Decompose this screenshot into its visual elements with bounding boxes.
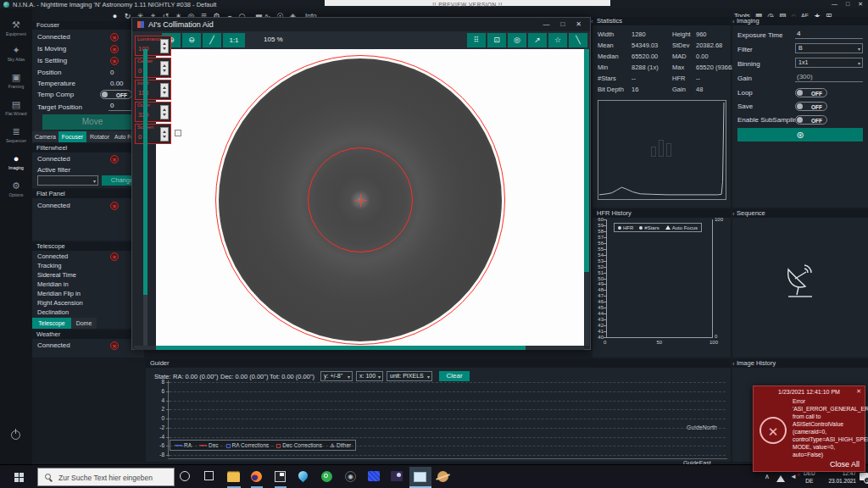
tab-focuser[interactable]: Focuser xyxy=(58,131,86,142)
capture-app-icon[interactable] xyxy=(275,471,286,482)
vertical-scrollbar[interactable] xyxy=(584,49,589,346)
tempcomp-toggle[interactable]: OFF xyxy=(100,90,132,99)
start-button[interactable] xyxy=(0,465,37,488)
left-scrollbar-thumb[interactable] xyxy=(143,49,147,295)
hfr-x-axis xyxy=(606,337,713,338)
luminance-stepper[interactable] xyxy=(160,39,169,53)
collapse-chevron-icon[interactable] xyxy=(732,360,735,368)
focuser-temperature-value: 0.00 xyxy=(110,80,124,87)
file-explorer-icon[interactable] xyxy=(227,473,240,482)
slash-icon[interactable]: ╲ xyxy=(569,33,587,47)
tab-camera[interactable]: Camera xyxy=(32,131,58,142)
filter-select[interactable] xyxy=(37,175,98,186)
windows-logo-icon xyxy=(14,473,24,482)
minimize-icon[interactable]: — xyxy=(832,1,837,8)
guider-gridline xyxy=(170,401,726,402)
camera-icon[interactable]: ● xyxy=(110,12,120,20)
focuser-position-label: Position xyxy=(37,69,61,76)
move-button[interactable]: Move xyxy=(42,114,142,130)
grid-icon[interactable]: ⠿ xyxy=(467,33,486,47)
inner-stepper[interactable] xyxy=(160,83,169,97)
screen-value[interactable]: 0 xyxy=(138,133,142,141)
vertical-scrollbar-thumb[interactable] xyxy=(584,49,589,272)
water-drop-icon[interactable] xyxy=(297,469,310,483)
center-stepper[interactable] xyxy=(160,61,169,75)
equipment-icon: ⚒ xyxy=(0,19,32,31)
taskbar-search[interactable]: Zur Suche Text hier eingeben xyxy=(37,468,175,486)
disconnected-icon xyxy=(110,33,119,42)
collimation-titlebar[interactable]: AI's Collimation Aid — □ ✕ xyxy=(132,18,590,31)
nav-item-imaging[interactable]: ●Imaging xyxy=(0,152,32,176)
active-app-highlight[interactable] xyxy=(409,467,431,487)
search-placeholder: Zur Suche Text hier eingeben xyxy=(58,474,153,482)
hfr-y-tick: 60 xyxy=(593,217,604,222)
dice-icon[interactable]: ⊡ xyxy=(487,33,506,47)
binning-select[interactable]: 1x1 xyxy=(795,58,863,68)
guider-gridline xyxy=(170,419,726,419)
screen-stepper[interactable] xyxy=(160,127,169,141)
collapse-chevron-icon[interactable] xyxy=(732,210,735,218)
histogram-watermark-icon xyxy=(659,140,664,157)
center-value[interactable]: 0 xyxy=(138,67,142,75)
nav-item-framing[interactable]: ▣Framing xyxy=(0,71,32,95)
outer-stepper[interactable] xyxy=(160,105,169,119)
center-crosshair xyxy=(354,194,367,207)
collimation-image-view[interactable] xyxy=(156,49,584,346)
guider-y-tick: -2 xyxy=(146,424,164,430)
horizontal-scrollbar-thumb[interactable] xyxy=(156,346,526,350)
hfr-right-tick: 0 xyxy=(715,334,717,339)
loop-toggle[interactable]: OFF xyxy=(795,88,827,97)
nav-item-sky-atlas[interactable]: ✦Sky Atlas xyxy=(0,44,32,68)
purple-app-icon[interactable] xyxy=(391,471,403,481)
star-icon[interactable]: ☆ xyxy=(548,33,567,47)
cortana-icon[interactable] xyxy=(180,471,190,481)
tray-chevron-icon[interactable]: ∧ xyxy=(765,473,770,480)
nav-item-options[interactable]: ⚙Options xyxy=(0,180,32,203)
measure-line-button[interactable]: ╱ xyxy=(203,33,221,47)
maximize-icon[interactable]: □ xyxy=(846,1,849,8)
framing-icon: ▣ xyxy=(0,71,32,84)
blue-app-icon[interactable] xyxy=(368,471,380,481)
tab-dome[interactable]: Dome xyxy=(71,318,97,329)
one-to-one-button[interactable]: 1:1 xyxy=(223,33,245,47)
hfr-y-tick: 48 xyxy=(593,287,604,292)
network-icon[interactable] xyxy=(776,475,785,482)
collapse-chevron-icon[interactable] xyxy=(732,18,735,25)
start-exposure-button[interactable]: ⊛ xyxy=(737,128,863,141)
screen-checkbox[interactable] xyxy=(175,130,181,136)
phd2-icon[interactable]: ◉ xyxy=(345,471,356,482)
collapse-chevron-icon[interactable] xyxy=(591,18,593,25)
guider-y-tick: -4 xyxy=(146,434,164,440)
crosshair-icon[interactable]: ◎ xyxy=(508,33,526,47)
minimize-icon[interactable]: — xyxy=(542,18,549,31)
horizontal-scrollbar[interactable] xyxy=(134,346,584,350)
tab-rotator[interactable]: Rotator xyxy=(86,131,113,142)
gain-input[interactable]: (300) xyxy=(795,73,863,82)
firefox-icon[interactable] xyxy=(251,471,262,482)
nav-item-flat-wizard[interactable]: ▤Flat Wizard xyxy=(0,98,32,122)
task-view-icon[interactable] xyxy=(204,471,214,480)
outer-group: Outer 320 xyxy=(135,102,171,122)
close-all-button[interactable]: Close All xyxy=(830,460,860,469)
close-icon[interactable]: ✕ xyxy=(576,18,581,31)
volume-icon[interactable]: ◄✕ xyxy=(790,473,800,480)
maximize-icon[interactable]: □ xyxy=(560,18,565,31)
green-app-icon[interactable] xyxy=(321,471,332,482)
exposure-time-input[interactable]: 4 xyxy=(795,30,863,39)
tab-telescope[interactable]: Telescope xyxy=(32,318,71,329)
disconnected-icon xyxy=(110,202,119,210)
planetarium-icon[interactable] xyxy=(437,471,448,482)
power-icon[interactable] xyxy=(11,430,20,440)
left-scrollbar-track[interactable] xyxy=(143,295,147,346)
guider-y-tick: -6 xyxy=(146,442,164,448)
nav-item-sequencer[interactable]: ≣Sequencer xyxy=(0,125,32,149)
stat-label: Bit Depth xyxy=(598,84,632,95)
close-icon[interactable]: ✕ xyxy=(858,1,863,8)
toast-close-icon[interactable]: ✕ xyxy=(856,388,861,395)
save-toggle[interactable]: OFF xyxy=(795,102,827,111)
filter-select[interactable]: B xyxy=(795,43,863,53)
zoom-out-button[interactable]: ⊖ xyxy=(182,33,201,47)
nav-item-equipment[interactable]: ⚒Equipment xyxy=(0,19,32,42)
wand-icon[interactable]: ↗ xyxy=(528,33,547,47)
subsampling-toggle[interactable]: OFF xyxy=(795,115,827,125)
